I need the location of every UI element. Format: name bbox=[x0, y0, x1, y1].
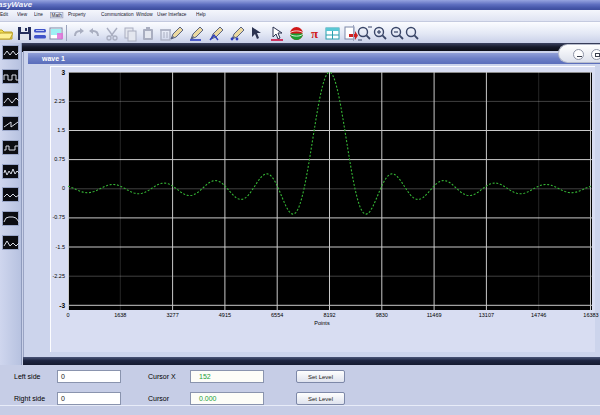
svg-text:π: π bbox=[311, 26, 318, 41]
